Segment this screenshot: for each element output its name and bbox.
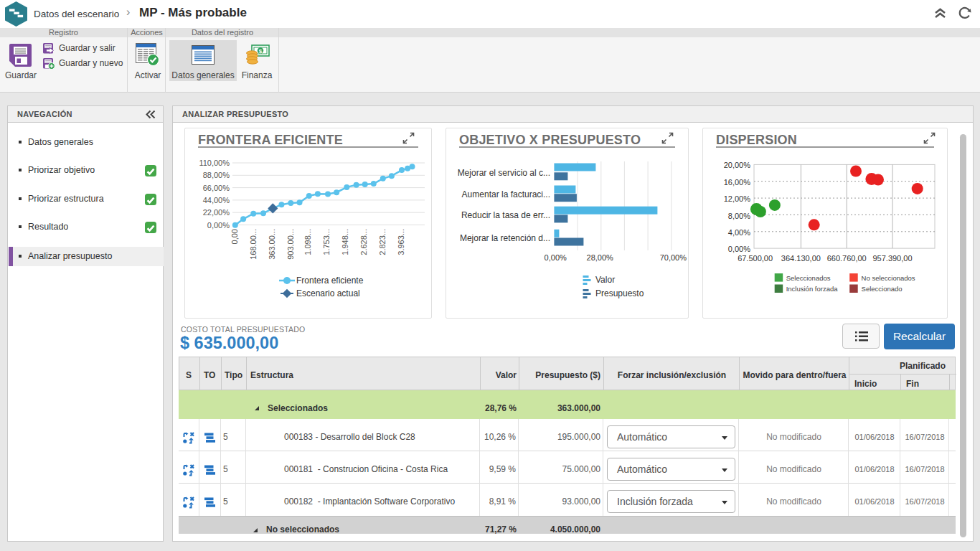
svg-text:Seleccionado: Seleccionado xyxy=(862,285,903,293)
svg-text:88,00%: 88,00% xyxy=(203,171,230,179)
svg-text:1.753...: 1.753... xyxy=(322,229,331,255)
svg-text:8,00%: 8,00% xyxy=(728,212,750,220)
svg-text:66,00%: 66,00% xyxy=(203,184,230,192)
svg-text:Inclusión forzada: Inclusión forzada xyxy=(786,285,839,293)
svg-text:Mejorar la retención d...: Mejorar la retención d... xyxy=(460,233,550,243)
svg-text:168.00...: 168.00... xyxy=(249,229,258,260)
svg-text:0,00: 0,00 xyxy=(230,229,239,244)
svg-text:0,00%: 0,00% xyxy=(207,221,230,230)
svg-text:Reducir la tasa de err...: Reducir la tasa de err... xyxy=(461,210,550,220)
svg-text:Valor: Valor xyxy=(595,275,615,285)
svg-text:660.760,00: 660.760,00 xyxy=(827,254,867,263)
svg-text:Mejorar el servicio al c...: Mejorar el servicio al c... xyxy=(458,168,550,178)
svg-text:363.00...: 363.00... xyxy=(268,229,276,260)
svg-text:22,00%: 22,00% xyxy=(203,208,230,217)
svg-text:Aumentar la facturaci...: Aumentar la facturaci... xyxy=(462,189,550,199)
svg-text:2.823...: 2.823... xyxy=(378,229,387,255)
svg-text:16,00%: 16,00% xyxy=(724,178,751,187)
svg-text:67.500,00: 67.500,00 xyxy=(738,254,773,263)
svg-text:28,00%: 28,00% xyxy=(587,253,614,262)
svg-text:Frontera eficiente: Frontera eficiente xyxy=(296,276,364,286)
svg-text:4,00%: 4,00% xyxy=(728,228,750,237)
svg-text:110,00%: 110,00% xyxy=(199,159,230,167)
svg-text:Presupuesto: Presupuesto xyxy=(595,288,644,298)
svg-text:2.628...: 2.628... xyxy=(359,229,368,255)
svg-text:1.948...: 1.948... xyxy=(341,229,349,255)
svg-text:364.130,00: 364.130,00 xyxy=(781,254,821,263)
svg-text:Escenario actual: Escenario actual xyxy=(296,288,360,298)
svg-text:70,00%: 70,00% xyxy=(660,253,687,262)
svg-text:0,00%: 0,00% xyxy=(728,245,750,253)
svg-text:44,00%: 44,00% xyxy=(203,196,230,204)
svg-text:Seleccionados: Seleccionados xyxy=(786,274,831,282)
svg-text:12,00%: 12,00% xyxy=(724,194,751,203)
svg-text:3.963...: 3.963... xyxy=(397,229,405,255)
svg-text:957.390,00: 957.390,00 xyxy=(872,254,912,263)
svg-text:1.098...: 1.098... xyxy=(303,229,312,255)
svg-text:20,00%: 20,00% xyxy=(724,161,751,169)
svg-text:903.00...: 903.00... xyxy=(286,229,295,260)
svg-text:0,00%: 0,00% xyxy=(545,253,567,262)
svg-text:No seleccionados: No seleccionados xyxy=(862,274,915,282)
svg-text:$: $ xyxy=(259,48,263,55)
